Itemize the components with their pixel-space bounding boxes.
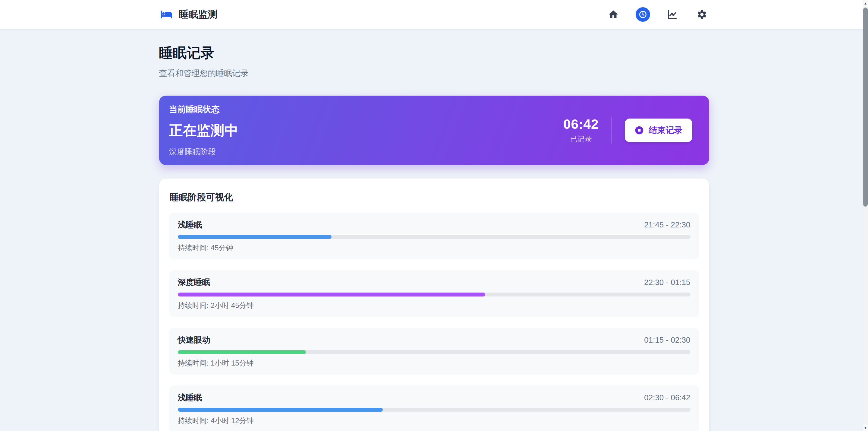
status-value: 正在监测中 [169, 121, 239, 140]
stage-progress-fill [178, 408, 383, 412]
stage-name: 深度睡眠 [178, 277, 210, 288]
stage-duration: 持续时间: 4小时 12分钟 [178, 416, 690, 426]
nav-statistics-button[interactable] [665, 7, 680, 22]
home-icon [608, 9, 619, 20]
scrollbar-up-arrow[interactable]: ▲ [863, 0, 868, 7]
stages-card-title: 睡眠阶段可视化 [170, 191, 699, 204]
sleep-stages-card: 睡眠阶段可视化 浅睡眠 21:45 - 22:30 持续时间: 45分钟 深度睡… [159, 178, 709, 431]
stage-row-rem: 快速眼动 01:15 - 02:30 持续时间: 1小时 15分钟 [169, 328, 699, 375]
sleep-status-card: 当前睡眠状态 正在监测中 深度睡眠阶段 06:42 已记录 结束记录 [159, 96, 709, 165]
page-title: 睡眠记录 [159, 44, 709, 62]
app-brand: 睡眠监测 [159, 7, 218, 22]
stage-duration: 持续时间: 45分钟 [178, 243, 690, 253]
stage-time-range: 02:30 - 06:42 [644, 393, 690, 402]
nav-sleep-records-button[interactable] [636, 7, 650, 22]
line-chart-icon [667, 9, 678, 20]
navbar: 睡眠监测 [0, 0, 868, 29]
gear-icon [696, 9, 707, 20]
app-title: 睡眠监测 [179, 8, 218, 21]
end-recording-button[interactable]: 结束记录 [625, 118, 692, 142]
stage-progress-track [178, 293, 690, 296]
stage-time-range: 21:45 - 22:30 [644, 220, 690, 230]
scrollbar-down-arrow[interactable]: ▼ [863, 424, 868, 431]
nav-home-button[interactable] [606, 7, 621, 22]
bed-icon [159, 7, 174, 22]
timer-block: 06:42 已记录 [563, 117, 599, 144]
stage-time-range: 22:30 - 01:15 [644, 278, 690, 287]
stage-name: 快速眼动 [178, 335, 210, 345]
stage-progress-fill [178, 235, 332, 239]
clock-icon [639, 10, 647, 19]
stage-progress-fill [178, 293, 486, 296]
stage-row-deep-sleep: 深度睡眠 22:30 - 01:15 持续时间: 2小时 45分钟 [169, 270, 699, 317]
stage-progress-track [178, 235, 690, 239]
stage-progress-track [178, 408, 690, 412]
stage-time-range: 01:15 - 02:30 [644, 335, 690, 345]
nav-icons [606, 7, 709, 22]
stage-duration: 持续时间: 1小时 15分钟 [178, 358, 690, 368]
timer-label: 已记录 [563, 134, 599, 144]
main-content: 睡眠记录 查看和管理您的睡眠记录 当前睡眠状态 正在监测中 深度睡眠阶段 06:… [159, 29, 709, 431]
vertical-divider [612, 116, 612, 144]
status-stage: 深度睡眠阶段 [169, 147, 239, 157]
page-subtitle: 查看和管理您的睡眠记录 [159, 68, 709, 79]
stage-row-light-sleep-1: 浅睡眠 21:45 - 22:30 持续时间: 45分钟 [169, 213, 699, 259]
stage-progress-track [178, 350, 690, 354]
nav-settings-button[interactable] [695, 7, 709, 22]
timer-value: 06:42 [563, 117, 599, 132]
stage-name: 浅睡眠 [178, 392, 202, 403]
stage-progress-fill [178, 350, 306, 354]
stage-name: 浅睡眠 [178, 219, 202, 230]
stage-duration: 持续时间: 2小时 45分钟 [178, 301, 690, 310]
stop-circle-icon [634, 125, 644, 135]
end-recording-label: 结束记录 [649, 124, 683, 136]
stage-row-light-sleep-2: 浅睡眠 02:30 - 06:42 持续时间: 4小时 12分钟 [169, 385, 699, 431]
status-info: 当前睡眠状态 正在监测中 深度睡眠阶段 [169, 104, 239, 157]
status-label: 当前睡眠状态 [169, 104, 239, 115]
scrollbar[interactable]: ▲ ▼ [863, 0, 868, 431]
scrollbar-thumb[interactable] [863, 7, 868, 207]
